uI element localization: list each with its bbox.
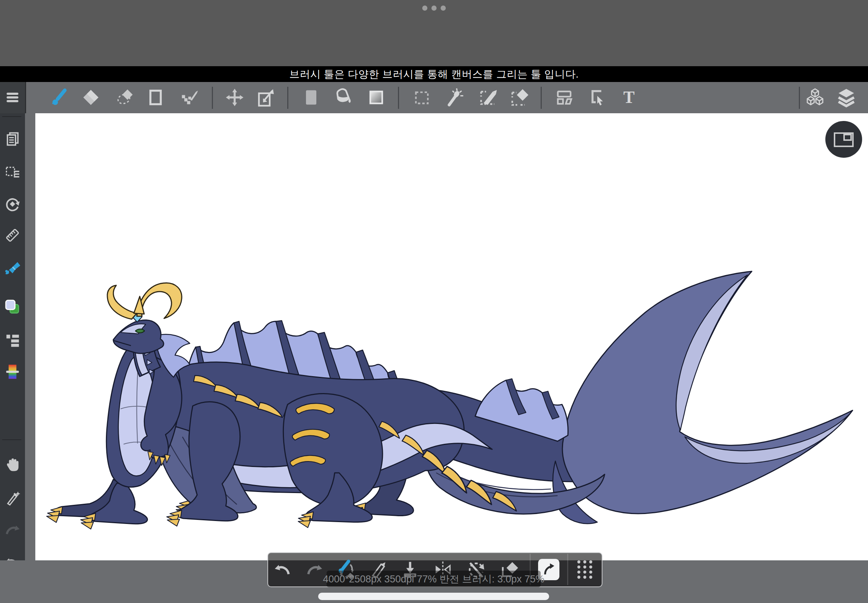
decoration-brush-icon[interactable] [4, 259, 21, 276]
system-header [0, 0, 868, 66]
toolbar-divider [541, 87, 542, 109]
paint-bucket-tool-icon[interactable] [334, 88, 354, 107]
dot-pen-tool-icon[interactable] [179, 88, 198, 107]
notice-bar: 브러시 툴은 다양한 브러시를 통해 캔버스를 그리는 툴 입니다. [0, 66, 868, 82]
undo-button[interactable] [273, 560, 292, 579]
drawing-canvas[interactable] [35, 113, 868, 560]
color-picker-icon[interactable] [4, 363, 21, 380]
toolbar-divider [212, 87, 213, 109]
eyedropper-icon[interactable] [5, 489, 21, 506]
select-pen-tool-icon[interactable] [478, 88, 498, 107]
panel-divide-tool-icon[interactable] [555, 88, 574, 107]
multitask-dots-icon[interactable] [422, 6, 446, 11]
pages-icon[interactable] [5, 131, 21, 147]
transform-tool-icon[interactable] [255, 88, 275, 107]
panel-cursor-tool-icon[interactable] [588, 88, 607, 107]
menu-icon[interactable] [4, 89, 21, 106]
material-cubes-icon[interactable] [805, 87, 825, 108]
toolbar-divider [799, 87, 800, 109]
rectangle-tool-icon[interactable] [146, 88, 165, 107]
eraser-tool-icon[interactable] [81, 88, 101, 107]
text-tool-icon[interactable]: T [624, 89, 635, 106]
select-list-icon[interactable] [5, 164, 21, 180]
app-screen: 브러시 툴은 다양한 브러시를 통해 캔버스를 그리는 툴 입니다. [0, 0, 868, 603]
picture-in-picture-icon [833, 131, 854, 148]
select-rectangle-tool-icon[interactable] [412, 88, 432, 107]
canvas-artwork-dragon [35, 113, 868, 560]
select-eraser-tool-icon[interactable] [510, 88, 530, 107]
canvas-status-text: 4000*2508px 350dpi 77% 반전 브러시: 3.0px 75% [326, 571, 541, 587]
eraser-select-tool-icon[interactable] [115, 88, 134, 107]
gradient-tool-icon[interactable] [367, 88, 386, 107]
hand-tool-icon[interactable] [4, 456, 21, 473]
move-tool-icon[interactable] [225, 88, 244, 107]
ruler-icon[interactable] [5, 227, 21, 243]
redo-icon[interactable] [4, 521, 21, 538]
drag-handle-icon[interactable] [575, 558, 595, 581]
home-indicator[interactable] [318, 593, 549, 600]
redo-button[interactable] [305, 560, 324, 579]
sidebar-divider [2, 439, 21, 440]
layers-icon[interactable] [836, 87, 857, 108]
notice-text: 브러시 툴은 다양한 브러시를 통해 캔버스를 그리는 툴 입니다. [289, 67, 579, 81]
sidebar-divider [2, 116, 21, 117]
toolbar-divider [398, 87, 399, 109]
navigator-window-button[interactable] [825, 121, 862, 158]
rotate-reset-icon[interactable] [5, 196, 21, 212]
magic-wand-tool-icon[interactable] [445, 88, 465, 107]
left-sidebar [0, 113, 25, 584]
brush-tool-icon[interactable] [50, 88, 69, 107]
color-swatches-icon[interactable] [4, 298, 21, 315]
toolbar-divider [287, 87, 288, 109]
fill-rectangle-tool-icon[interactable] [302, 88, 321, 107]
bottombar-divider [567, 554, 568, 585]
brush-list-icon[interactable] [5, 332, 21, 348]
